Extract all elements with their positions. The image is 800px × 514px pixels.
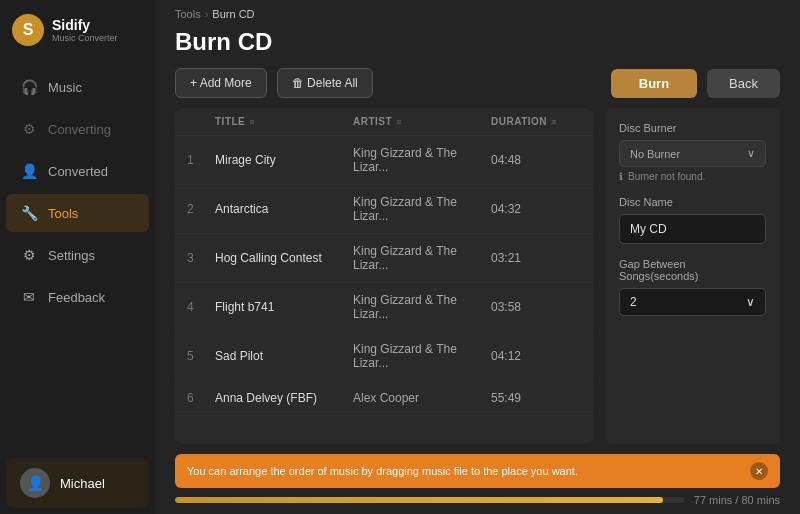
app-subtitle: Music Converter	[52, 33, 118, 43]
col-artist: ARTIST ≡	[353, 116, 491, 127]
row-duration: 03:58	[491, 293, 581, 321]
converting-icon: ⚙	[20, 120, 38, 138]
feedback-icon: ✉	[20, 288, 38, 306]
music-icon: 🎧	[20, 78, 38, 96]
row-title: Mirage City	[215, 146, 353, 174]
row-title: Hog Calling Contest	[215, 244, 353, 272]
row-duration: 04:32	[491, 195, 581, 223]
table-row[interactable]: 5 Sad Pilot King Gizzard & The Lizar... …	[175, 332, 593, 381]
add-more-button[interactable]: + Add More	[175, 68, 267, 98]
back-button[interactable]: Back	[707, 69, 780, 98]
sidebar-label-converting: Converting	[48, 122, 111, 137]
row-num: 1	[187, 146, 215, 174]
breadcrumb-current: Burn CD	[212, 8, 254, 20]
row-artist: King Gizzard & The Lizar...	[353, 293, 491, 321]
converted-icon: 👤	[20, 162, 38, 180]
gap-stepper[interactable]: 2 ∨	[619, 288, 766, 316]
col-title: TITLE ≡	[215, 116, 353, 127]
sidebar-label-tools: Tools	[48, 206, 78, 221]
breadcrumb: Tools › Burn CD	[155, 0, 800, 24]
row-artist: King Gizzard & The Lizar...	[353, 342, 491, 370]
row-duration: 03:21	[491, 244, 581, 272]
delete-all-button[interactable]: 🗑 Delete All	[277, 68, 373, 98]
duration-col-icon: ≡	[551, 117, 557, 127]
sidebar-item-music[interactable]: 🎧 Music	[6, 68, 149, 106]
row-artist: Alex Cooper	[353, 391, 491, 405]
content-area: TITLE ≡ ARTIST ≡ DURATION ≡ 1 Mirage Cit…	[155, 108, 800, 444]
row-num: 2	[187, 195, 215, 223]
sidebar-label-settings: Settings	[48, 248, 95, 263]
chevron-down-icon: ∨	[747, 147, 755, 160]
disc-name-input[interactable]	[619, 214, 766, 244]
table-row[interactable]: 2 Antarctica King Gizzard & The Lizar...…	[175, 185, 593, 234]
page-header: Burn CD	[155, 24, 800, 68]
gap-label: Gap Between Songs(seconds)	[619, 258, 766, 282]
logo-text: Sidify Music Converter	[52, 17, 118, 43]
close-icon: ✕	[755, 466, 763, 477]
row-artist: King Gizzard & The Lizar...	[353, 146, 491, 174]
sidebar-item-feedback[interactable]: ✉ Feedback	[6, 278, 149, 316]
disc-name-label: Disc Name	[619, 196, 766, 208]
table-body: 1 Mirage City King Gizzard & The Lizar..…	[175, 136, 593, 444]
sidebar-item-converted[interactable]: 👤 Converted	[6, 152, 149, 190]
progress-track	[175, 497, 684, 503]
row-duration: 04:12	[491, 342, 581, 370]
tools-icon: 🔧	[20, 204, 38, 222]
duration-col-label: DURATION	[491, 116, 547, 127]
side-panel: Disc Burner No Burner ∨ ℹ Burner not fou…	[605, 108, 780, 444]
sidebar-label-music: Music	[48, 80, 82, 95]
gap-value: 2	[630, 295, 637, 309]
logo-icon: S	[12, 14, 44, 46]
table-row[interactable]: 1 Mirage City King Gizzard & The Lizar..…	[175, 136, 593, 185]
row-artist: King Gizzard & The Lizar...	[353, 244, 491, 272]
sidebar-label-feedback: Feedback	[48, 290, 105, 305]
row-title: Flight b741	[215, 293, 353, 321]
bottom-area: You can arrange the order of music by dr…	[155, 444, 800, 514]
sidebar-label-converted: Converted	[48, 164, 108, 179]
burner-error-info: ℹ Burner not found.	[619, 171, 766, 182]
disc-name-section: Disc Name	[619, 196, 766, 244]
toolbar: + Add More 🗑 Delete All Burn Back	[155, 68, 800, 108]
table-row[interactable]: 6 Anna Delvey (FBF) Alex Cooper 55:49	[175, 381, 593, 416]
disc-burner-dropdown[interactable]: No Burner ∨	[619, 140, 766, 167]
row-num: 5	[187, 342, 215, 370]
burner-error-text: Burner not found.	[628, 171, 705, 182]
disc-burner-section: Disc Burner No Burner ∨ ℹ Burner not fou…	[619, 122, 766, 182]
banner-close-button[interactable]: ✕	[750, 462, 768, 480]
no-burner-text: No Burner	[630, 148, 680, 160]
user-name: Michael	[60, 476, 105, 491]
sidebar-item-settings[interactable]: ⚙ Settings	[6, 236, 149, 274]
table-header: TITLE ≡ ARTIST ≡ DURATION ≡	[175, 108, 593, 136]
gap-chevron-icon: ∨	[746, 295, 755, 309]
progress-label: 77 mins / 80 mins	[694, 494, 780, 506]
breadcrumb-parent: Tools	[175, 8, 201, 20]
row-duration: 55:49	[491, 391, 581, 405]
breadcrumb-separator: ›	[205, 8, 209, 20]
disc-burner-label: Disc Burner	[619, 122, 766, 134]
table-row[interactable]: 3 Hog Calling Contest King Gizzard & The…	[175, 234, 593, 283]
sidebar: S Sidify Music Converter 🎧 Music ⚙ Conve…	[0, 0, 155, 514]
sidebar-item-tools[interactable]: 🔧 Tools	[6, 194, 149, 232]
row-artist: King Gizzard & The Lizar...	[353, 195, 491, 223]
track-table: TITLE ≡ ARTIST ≡ DURATION ≡ 1 Mirage Cit…	[175, 108, 593, 444]
main-content: Tools › Burn CD Burn CD + Add More 🗑 Del…	[155, 0, 800, 514]
sidebar-nav: 🎧 Music ⚙ Converting 👤 Converted 🔧 Tools…	[0, 66, 155, 452]
info-banner: You can arrange the order of music by dr…	[175, 454, 780, 488]
table-row[interactable]: 4 Flight b741 King Gizzard & The Lizar..…	[175, 283, 593, 332]
artist-col-icon: ≡	[396, 117, 402, 127]
artist-col-label: ARTIST	[353, 116, 392, 127]
gap-section: Gap Between Songs(seconds) 2 ∨	[619, 258, 766, 316]
burn-button[interactable]: Burn	[611, 69, 697, 98]
app-logo: S Sidify Music Converter	[0, 0, 155, 56]
row-num: 3	[187, 244, 215, 272]
row-duration: 04:48	[491, 146, 581, 174]
row-num: 6	[187, 391, 215, 405]
app-name: Sidify	[52, 17, 118, 33]
row-num: 4	[187, 293, 215, 321]
settings-icon: ⚙	[20, 246, 38, 264]
row-title: Antarctica	[215, 195, 353, 223]
banner-message: You can arrange the order of music by dr…	[187, 465, 578, 477]
user-profile[interactable]: 👤 Michael	[6, 458, 149, 508]
progress-fill	[175, 497, 663, 503]
sidebar-item-converting[interactable]: ⚙ Converting	[6, 110, 149, 148]
